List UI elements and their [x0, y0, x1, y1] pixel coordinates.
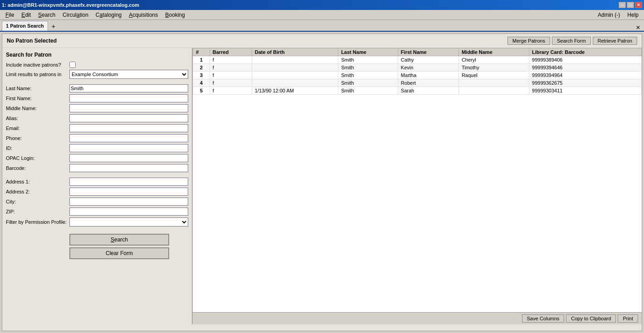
cell-barred: f: [210, 87, 252, 95]
cell-dob: [252, 64, 338, 72]
results-wrapper: # Barred Date of Birth Last Name First N…: [193, 48, 642, 312]
col-header-num: #: [193, 48, 210, 56]
cell-barred: f: [210, 72, 252, 79]
address2-row: Address 2:: [6, 188, 188, 196]
barcode-label: Barcode:: [6, 165, 69, 171]
tab-patron-search[interactable]: 1 Patron Search: [2, 21, 48, 31]
opac-login-input[interactable]: [69, 154, 188, 162]
merge-patrons-button[interactable]: Merge Patrons: [507, 37, 550, 45]
cell-barcode: 99999394646: [529, 64, 642, 72]
tab-add-button[interactable]: +: [49, 22, 58, 31]
id-input[interactable]: [69, 144, 188, 152]
tab-close-icon[interactable]: ✕: [634, 24, 642, 31]
barcode-input[interactable]: [69, 164, 188, 172]
bottom-bar: Save Columns Copy to Clipboard Print: [193, 312, 642, 324]
cell-num: 3: [193, 72, 210, 79]
cell-middlename: Cheryl: [459, 56, 529, 64]
cell-dob: [252, 72, 338, 79]
col-header-barred: Barred: [210, 48, 252, 56]
zip-row: ZIP:: [6, 208, 188, 216]
cell-barred: f: [210, 64, 252, 72]
perm-profile-label: Filter by Permission Profile:: [6, 219, 69, 225]
first-name-input[interactable]: [69, 94, 188, 102]
city-label: City:: [6, 199, 69, 204]
table-row[interactable]: 3 f Smith Martha Raquel 99999394964: [193, 72, 642, 79]
cell-firstname: Robert: [398, 79, 459, 87]
alias-label: Alias:: [6, 116, 69, 121]
include-inactive-checkbox[interactable]: [69, 62, 76, 68]
minimize-button[interactable]: ─: [619, 2, 626, 8]
limit-results-row: Limit results to patrons in Example Cons…: [6, 70, 188, 79]
alias-input[interactable]: [69, 114, 188, 122]
menu-booking[interactable]: Booking: [161, 11, 188, 19]
clear-form-button[interactable]: Clear Form: [69, 247, 169, 259]
cell-num: 2: [193, 64, 210, 72]
col-header-barcode: Library Card: Barcode: [529, 48, 642, 56]
cell-barred: f: [210, 79, 252, 87]
city-row: City:: [6, 198, 188, 206]
help-menu[interactable]: Help: [624, 11, 642, 19]
title-bar: 1: admin@BR1-winxpvmfx.phasefx.evergreen…: [0, 0, 644, 10]
phone-input[interactable]: [69, 134, 188, 142]
table-row[interactable]: 2 f Smith Kevin Timothy 99999394646: [193, 64, 642, 72]
cell-middlename: Raquel: [459, 72, 529, 79]
limit-results-label: Limit results to patrons in: [6, 72, 69, 77]
cell-barcode: 99999303411: [529, 87, 642, 95]
middle-name-label: Middle Name:: [6, 106, 69, 111]
close-button[interactable]: ✕: [635, 2, 642, 8]
menu-cataloging[interactable]: Cataloging: [92, 11, 125, 19]
table-row[interactable]: 5 f 1/13/90 12:00 AM Smith Sarah 9999930…: [193, 87, 642, 95]
copy-clipboard-button[interactable]: Copy to Clipboard: [566, 314, 616, 323]
address1-input[interactable]: [69, 178, 188, 186]
email-input[interactable]: [69, 124, 188, 132]
menu-circulation[interactable]: Circulation: [59, 11, 92, 19]
perm-profile-row: Filter by Permission Profile:: [6, 217, 188, 227]
city-input[interactable]: [69, 198, 188, 206]
middle-name-input[interactable]: [69, 104, 188, 112]
first-name-label: First Name:: [6, 96, 69, 101]
cell-barcode: 99999394964: [529, 72, 642, 79]
last-name-label: Last Name:: [6, 86, 69, 91]
col-header-dob: Date of Birth: [252, 48, 338, 56]
include-inactive-row: Include inactive patrons?: [6, 62, 188, 68]
opac-login-label: OPAC Login:: [6, 155, 69, 161]
cell-dob: [252, 56, 338, 64]
title-text: 1: admin@BR1-winxpvmfx.phasefx.evergreen…: [2, 2, 139, 8]
menu-acquisitions[interactable]: Acquisitions: [125, 11, 161, 19]
menu-file[interactable]: File: [2, 11, 18, 19]
content-area: Search for Patron Include inactive patro…: [2, 48, 642, 324]
menu-search[interactable]: Search: [34, 11, 59, 19]
header-buttons: Merge Patrons Search Form Retrieve Patro…: [507, 37, 637, 45]
menu-edit[interactable]: Edit: [18, 11, 34, 19]
cell-middlename: [459, 87, 529, 95]
email-label: Email:: [6, 125, 69, 131]
retrieve-patron-button[interactable]: Retrieve Patron: [593, 37, 637, 45]
address2-input[interactable]: [69, 188, 188, 196]
cell-firstname: Cathy: [398, 56, 459, 64]
address2-label: Address 2:: [6, 189, 69, 194]
admin-menu[interactable]: Admin (-): [594, 11, 624, 19]
maximize-button[interactable]: □: [627, 2, 634, 8]
consortium-select[interactable]: Example Consortium: [69, 70, 188, 79]
col-header-lastname: Last Name: [338, 48, 398, 56]
search-buttons: Search Clear Form: [6, 234, 188, 259]
results-panel: # Barred Date of Birth Last Name First N…: [193, 48, 642, 324]
alias-row: Alias:: [6, 114, 188, 122]
cell-barred: f: [210, 56, 252, 64]
zip-input[interactable]: [69, 208, 188, 216]
print-button[interactable]: Print: [618, 314, 638, 323]
table-row[interactable]: 1 f Smith Cathy Cheryl 99999389406: [193, 56, 642, 64]
cell-middlename: Timothy: [459, 64, 529, 72]
barcode-row: Barcode:: [6, 164, 188, 172]
cell-lastname: Smith: [338, 87, 398, 95]
table-row[interactable]: 4 f Smith Robert 99999362675: [193, 79, 642, 87]
cell-lastname: Smith: [338, 72, 398, 79]
search-form-button[interactable]: Search Form: [552, 37, 591, 45]
cell-num: 5: [193, 87, 210, 95]
search-button[interactable]: Search: [69, 234, 169, 246]
save-columns-button[interactable]: Save Columns: [522, 314, 565, 323]
last-name-input[interactable]: [69, 84, 188, 92]
zip-label: ZIP:: [6, 209, 69, 214]
perm-profile-select[interactable]: [69, 217, 188, 227]
cell-middlename: [459, 79, 529, 87]
